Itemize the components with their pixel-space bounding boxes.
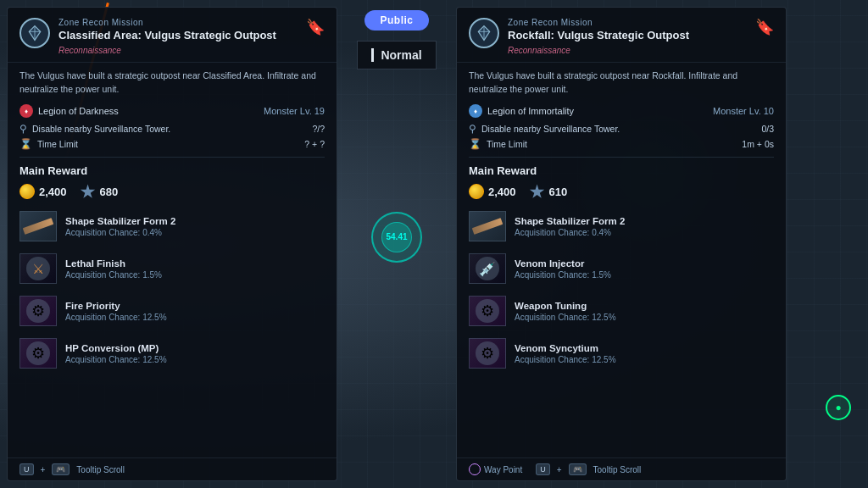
left-reward-info-1: Shape Stabilizer Form 2 Acquisition Chan… [65,216,325,237]
right-reward-item-2: 💉 Venom Injector Acquisition Chance: 1.5… [469,250,774,287]
left-bookmark-icon[interactable]: 🔖 [306,18,325,36]
right-key-u: U [536,463,550,475]
right-item-shape-4: ⚙ [476,341,499,365]
left-key-u: U [19,463,34,475]
right-reward-info-4: Venom Syncytium Acquisition Chance: 12.5… [515,343,774,364]
right-item-shape-3: ⚙ [476,299,499,323]
ui-wrapper: Zone Recon Mission Classified Area: Vulg… [0,0,868,488]
right-reward-chance-1: Acquisition Chance: 0.4% [515,228,774,237]
left-reward-name-4: HP Conversion (MP) [65,343,325,353]
left-mission-type: Zone Recon Mission [58,18,298,27]
left-reward-chance-3: Acquisition Chance: 12.5% [65,313,325,322]
right-reward-name-2: Venom Injector [515,258,774,269]
right-gear-icon [530,184,545,199]
left-mission-desc: The Vulgus have built a strategic outpos… [19,69,325,97]
right-obj-row-2: ⌛ Time Limit 1m + 0s [469,138,774,150]
left-obj-left-1: ⚲ Disable nearby Surveillance Tower. [19,123,170,135]
right-gear-item: 610 [530,184,568,199]
normal-label: Normal [381,48,421,62]
right-reward-name-3: Weapon Tuning [515,301,774,311]
diamond-icon [26,25,43,42]
left-reward-chance-1: Acquisition Chance: 0.4% [65,228,325,237]
left-faction-name: Legion of Darkness [38,106,119,116]
right-reward-item-4: ⚙ Venom Syncytium Acquisition Chance: 12… [469,335,774,372]
left-faction-left: ♦ Legion of Darkness [19,104,119,118]
right-reward-info-3: Weapon Tuning Acquisition Chance: 12.5% [515,301,774,322]
right-item-shape-2: 💉 [476,257,499,280]
waypoint-button[interactable]: Way Point [469,463,522,475]
teal-map-marker: ● [826,395,851,420]
right-reward-title: Main Reward [469,164,774,177]
left-thumb-1 [19,211,57,241]
right-obj-left-2: ⌛ Time Limit [469,138,527,150]
right-thumb-4: ⚙ [469,338,506,369]
left-surveillance-icon: ⚲ [19,123,27,135]
right-mission-icon [469,18,499,48]
left-obj-text-1: Disable nearby Surveillance Tower. [32,124,170,134]
left-reward-info-4: HP Conversion (MP) Acquisition Chance: 1… [65,343,325,364]
left-mission-panel: Zone Recon Mission Classified Area: Vulg… [7,7,337,481]
left-footer-plus: + [41,465,46,474]
left-reward-info-2: Lethal Finish Acquisition Chance: 1.5% [65,258,325,280]
left-gold-item: 2,400 [19,184,67,199]
right-reward-item-1: Shape Stabilizer Form 2 Acquisition Chan… [469,208,774,245]
left-gear-amount: 680 [100,186,119,198]
right-gold-amount: 2,400 [488,186,516,198]
right-weapon-shape-1 [472,218,504,235]
right-thumb-1 [469,211,506,241]
left-reward-name-1: Shape Stabilizer Form 2 [65,216,325,226]
right-panel-body: The Vulgus have built a strategic outpos… [457,63,786,458]
right-mission-title-block: Zone Recon Mission Rockfall: Vulgus Stra… [508,18,747,55]
left-reward-info-3: Fire Priority Acquisition Chance: 12.5% [65,301,325,322]
public-button[interactable]: Public [364,10,428,30]
waypoint-label: Way Point [484,465,522,474]
left-faction-icon: ♦ [19,104,33,118]
left-obj-value-2: ? + ? [304,139,325,149]
right-mission-tag: Reconnaissance [508,46,747,55]
right-reward-name-1: Shape Stabilizer Form 2 [515,216,774,226]
right-gear-shape-4: ⚙ [481,344,494,363]
right-gold-item: 2,400 [469,184,516,199]
marker-outer-ring: 54.41 [371,212,422,263]
right-reward-info-2: Venom Injector Acquisition Chance: 1.5% [515,258,774,280]
left-reward-item-1: Shape Stabilizer Form 2 Acquisition Chan… [19,208,325,245]
right-panel-header: Zone Recon Mission Rockfall: Vulgus Stra… [457,8,786,63]
right-reward-chance-3: Acquisition Chance: 12.5% [515,313,774,322]
right-thumb-3: ⚙ [469,296,506,326]
waypoint-circle-icon [469,463,481,475]
left-monster-level: Monster Lv. 19 [264,106,325,116]
left-reward-item-3: ⚙ Fire Priority Acquisition Chance: 12.5… [19,292,325,330]
left-gold-amount: 2,400 [39,186,67,198]
mission-marker: 54.41 [371,212,422,263]
left-gear-shape-4: ⚙ [31,344,45,363]
left-reward-item-4: ⚙ HP Conversion (MP) Acquisition Chance:… [19,335,325,372]
right-bookmark-icon[interactable]: 🔖 [755,18,774,36]
left-thumb-3: ⚙ [19,296,57,326]
right-faction-left: ♦ Legion of Immortality [469,104,574,118]
left-gold-icon [19,184,35,199]
right-obj-value-2: 1m + 0s [742,139,774,149]
right-reward-chance-2: Acquisition Chance: 1.5% [515,270,774,280]
center-strip: Public Normal 54.41 ● [337,0,456,488]
left-reward-item-2: ⚔ Lethal Finish Acquisition Chance: 1.5% [19,250,325,287]
right-reward-chance-4: Acquisition Chance: 12.5% [515,355,774,364]
left-thumb-2: ⚔ [19,253,57,284]
right-faction-name: Legion of Immortality [487,106,574,116]
left-gear-item: 680 [81,184,119,199]
right-mission-desc: The Vulgus have built a strategic outpos… [469,69,774,97]
right-faction-icon: ♦ [469,104,482,118]
normal-indicator: Normal [357,41,436,69]
right-gold-icon [469,184,484,199]
right-mission-panel: Zone Recon Mission Rockfall: Vulgus Stra… [456,7,787,481]
left-reward-chance-2: Acquisition Chance: 1.5% [65,270,325,280]
marker-inner: 54.41 [381,222,412,252]
left-reward-chance-4: Acquisition Chance: 12.5% [65,355,325,364]
right-footer-plus: + [557,465,562,474]
right-obj-row-1: ⚲ Disable nearby Surveillance Tower. 0/3 [469,123,774,135]
left-item-shape-3: ⚙ [26,299,50,323]
teal-icon: ● [835,402,841,413]
left-obj-left-2: ⌛ Time Limit [19,138,78,150]
right-divider [469,157,774,158]
left-mission-name: Classified Area: Vulgus Strategic Outpos… [58,29,298,43]
right-mission-type: Zone Recon Mission [508,18,747,27]
